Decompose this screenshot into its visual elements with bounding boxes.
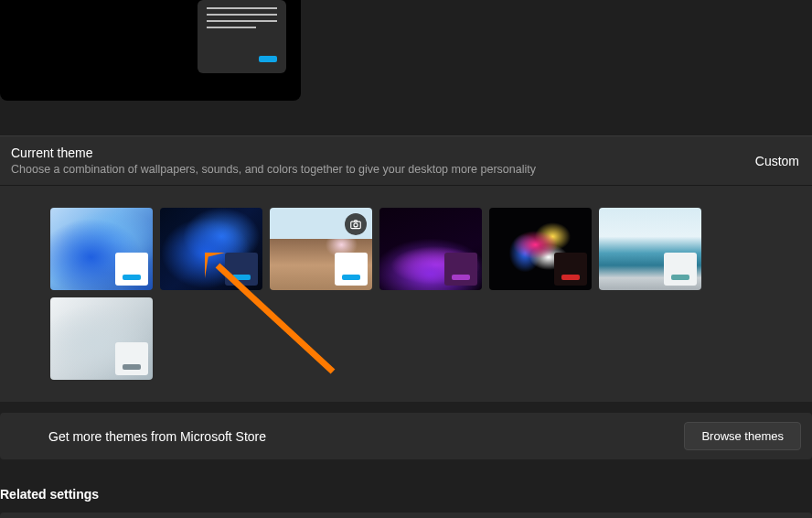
accent-bar bbox=[671, 275, 689, 280]
accent-swatch bbox=[554, 253, 587, 286]
theme-thumb-glow[interactable] bbox=[379, 208, 482, 290]
theme-thumb-windows-spotlight[interactable] bbox=[270, 208, 372, 290]
accent-bar bbox=[232, 275, 251, 280]
current-theme-row[interactable]: Current theme Choose a combination of wa… bbox=[0, 135, 812, 186]
current-theme-subtitle: Choose a combination of wallpapers, soun… bbox=[11, 163, 536, 176]
related-settings-heading: Related settings bbox=[0, 487, 812, 502]
preview-line bbox=[207, 27, 256, 28]
accent-swatch bbox=[115, 253, 148, 286]
current-theme-text: Current theme Choose a combination of wa… bbox=[11, 146, 536, 176]
theme-area bbox=[0, 186, 812, 402]
related-setting-row[interactable] bbox=[0, 513, 812, 518]
accent-swatch bbox=[664, 253, 697, 286]
svg-point-1 bbox=[354, 223, 358, 227]
camera-icon bbox=[345, 213, 367, 235]
theme-thumb-sunrise[interactable] bbox=[599, 208, 701, 290]
accent-bar bbox=[123, 275, 141, 280]
accent-swatch bbox=[115, 342, 148, 375]
accent-bar bbox=[123, 364, 141, 370]
preview-accent-pill bbox=[259, 56, 277, 62]
accent-bar bbox=[561, 275, 580, 280]
preview-line bbox=[207, 14, 277, 16]
accent-bar bbox=[452, 275, 470, 280]
current-theme-title: Current theme bbox=[11, 146, 536, 160]
accent-swatch bbox=[335, 253, 368, 286]
accent-swatch bbox=[444, 253, 477, 286]
browse-themes-button[interactable]: Browse themes bbox=[684, 422, 801, 450]
store-label: Get more themes from Microsoft Store bbox=[48, 429, 266, 444]
current-theme-value: Custom bbox=[755, 154, 799, 168]
preview-line bbox=[207, 7, 277, 9]
preview-window bbox=[198, 0, 286, 73]
desktop-preview bbox=[0, 0, 301, 101]
accent-bar bbox=[342, 275, 360, 280]
theme-grid bbox=[50, 208, 745, 380]
theme-thumb-flow[interactable] bbox=[50, 297, 153, 380]
preview-line bbox=[207, 20, 277, 22]
accent-swatch bbox=[225, 253, 258, 286]
theme-thumb-captured-motion[interactable] bbox=[489, 208, 592, 290]
store-row: Get more themes from Microsoft Store Bro… bbox=[0, 413, 812, 459]
theme-thumb-windows-light[interactable] bbox=[50, 208, 153, 290]
theme-thumb-windows-dark[interactable] bbox=[160, 208, 262, 290]
svg-rect-0 bbox=[351, 221, 361, 229]
